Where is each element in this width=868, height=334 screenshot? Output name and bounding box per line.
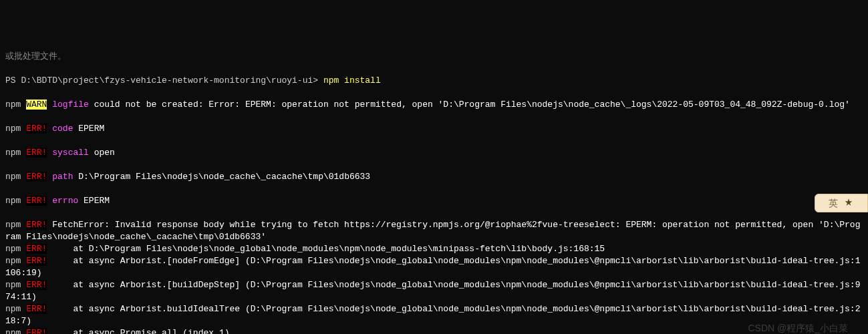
err-errno-line: npm ERR! errno EPERM <box>5 195 863 207</box>
npm-prefix: npm <box>5 196 21 206</box>
err-val: open <box>89 148 115 158</box>
error-stack-container: npm ERR! FetchError: Invalid response bo… <box>5 219 863 334</box>
err-syscall-line: npm ERR! syscall open <box>5 147 863 159</box>
err-stack-line: npm ERR! FetchError: Invalid response bo… <box>5 219 863 243</box>
warn-label: WARN <box>26 100 47 110</box>
err-code-line: npm ERR! code EPERM <box>5 123 863 135</box>
err-key: path <box>52 172 73 182</box>
err-label: ERR! <box>26 196 47 206</box>
watermark: CSDN @程序猿_小白菜 <box>748 322 848 334</box>
npm-prefix: npm <box>5 172 21 182</box>
err-key: errno <box>52 196 78 206</box>
err-stack-line: npm ERR! at D:\Program Files\nodejs\node… <box>5 243 863 255</box>
partial-top-line: 或批处理文件。 <box>5 51 863 63</box>
shell-prompt: PS D:\BDTD\project\fzys-vehicle-network-… <box>5 75 323 86</box>
err-label: ERR! <box>26 148 47 158</box>
warn-key: logfile <box>52 100 89 110</box>
err-key: code <box>52 124 73 134</box>
typed-command: npm install <box>323 75 381 86</box>
npm-prefix: npm <box>5 100 21 110</box>
ime-indicator[interactable]: 英 <box>815 194 868 212</box>
npm-prefix: npm <box>5 148 21 158</box>
err-stack-line: npm ERR! at async Arborist.buildIdealTre… <box>5 303 863 327</box>
prompt-line[interactable]: PS D:\BDTD\project\fzys-vehicle-network-… <box>5 75 863 87</box>
err-val: EPERM <box>73 124 104 134</box>
err-label: ERR! <box>26 172 47 182</box>
err-path-line: npm ERR! path D:\Program Files\nodejs\no… <box>5 171 863 183</box>
pin-icon <box>843 198 854 208</box>
err-val: D:\Program Files\nodejs\node_cache\_caca… <box>73 172 370 182</box>
err-stack-line: npm ERR! at async Arborist.[nodeFromEdge… <box>5 255 863 279</box>
err-val: EPERM <box>78 196 110 206</box>
err-stack-line: npm ERR! at async Promise.all (index 1) <box>5 327 863 334</box>
err-stack-line: npm ERR! at async Arborist.[buildDepStep… <box>5 279 863 303</box>
err-key: syscall <box>52 148 89 158</box>
err-label: ERR! <box>26 124 47 134</box>
ime-text: 英 <box>829 197 838 209</box>
warn-text: could not be created: Error: EPERM: oper… <box>89 100 850 110</box>
npm-prefix: npm <box>5 124 21 134</box>
warn-line: npm WARN logfile could not be created: E… <box>5 99 863 111</box>
